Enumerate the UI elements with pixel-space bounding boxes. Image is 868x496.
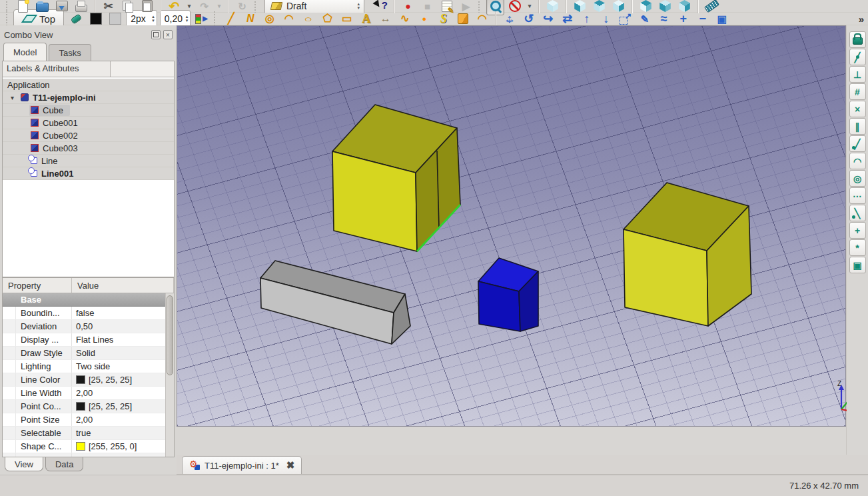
yellow-cube-right[interactable] <box>624 183 751 326</box>
property-row-line-color[interactable]: Line Color [25, 25, 25] <box>3 373 165 387</box>
tree-item-line[interactable]: Line <box>3 155 174 167</box>
button-icon: ⊥ <box>851 67 865 81</box>
color-swatch <box>76 375 85 384</box>
property-value[interactable]: [25, 25, 25] <box>72 401 165 411</box>
tab-tasks[interactable]: Tasks <box>49 44 91 61</box>
property-value[interactable]: Solid <box>72 348 165 358</box>
open-document-button[interactable] <box>33 0 51 15</box>
tree-item-cube002[interactable]: Cube002 <box>3 129 174 142</box>
property-row-base[interactable]: Base <box>3 293 165 307</box>
snap-endpoint-button[interactable]: ╱ <box>849 135 866 152</box>
construction-mode-button[interactable] <box>67 9 85 28</box>
tab-label: Tasks <box>59 48 81 58</box>
tree-item-cube001[interactable]: Cube001 <box>3 117 174 129</box>
toolbar-handle[interactable] <box>6 11 11 26</box>
dock-close-button[interactable]: × <box>163 30 173 39</box>
snap-center-button[interactable]: ◎ <box>849 170 866 187</box>
tab-data[interactable]: Data <box>45 457 83 471</box>
axis-z-label: Z <box>837 380 841 387</box>
working-plane-icon <box>22 12 36 26</box>
property-row-point-color[interactable]: Point Co... [25, 25, 25] <box>3 400 165 413</box>
snap-parallel-button[interactable]: ∥ <box>849 118 866 135</box>
button-icon: ╲ <box>851 206 865 220</box>
toolbar-overflow-button[interactable]: » <box>859 13 865 25</box>
button-icon: ⇄ <box>560 12 574 26</box>
value-column-header[interactable]: Value <box>72 278 174 293</box>
property-row-selectable[interactable]: Selectable true <box>3 427 165 440</box>
property-row-bounding-box[interactable]: Boundin... false <box>3 307 165 320</box>
tree-item-line001[interactable]: Line001 <box>3 167 174 180</box>
line-color-swatch-button[interactable] <box>87 9 105 28</box>
property-value-text: 2,00 <box>76 388 93 398</box>
spinner-arrows[interactable]: ▴▾ <box>186 15 189 23</box>
snap-special-button[interactable]: * <box>849 239 866 256</box>
property-row-point-size[interactable]: Point Size 2,00 <box>3 413 165 427</box>
button-icon: + <box>851 223 865 237</box>
button-icon: ╱ <box>851 137 865 151</box>
property-value[interactable]: [25, 25, 25] <box>72 375 165 385</box>
tree-item-cube003[interactable]: Cube003 <box>3 142 174 155</box>
property-row-transparency[interactable]: Tr... 0 <box>3 453 165 457</box>
face-color-icon <box>108 12 122 26</box>
close-tab-icon[interactable]: ✖ <box>286 459 295 471</box>
tree-item-label: Line <box>41 156 58 166</box>
scrollbar-thumb[interactable] <box>167 295 173 375</box>
property-row-lighting[interactable]: Lighting Two side <box>3 360 165 373</box>
tree-item-application[interactable]: Application <box>3 79 174 91</box>
property-value[interactable]: 0 <box>72 455 165 457</box>
snap-extension-button[interactable]: ⋯ <box>849 187 866 204</box>
tab-model[interactable]: Model <box>3 43 47 61</box>
property-value[interactable]: [255, 255, 0] <box>72 441 165 451</box>
snap-ortho-button[interactable]: + <box>849 222 866 239</box>
property-value[interactable]: true <box>72 428 165 438</box>
snap-grid-button[interactable]: # <box>849 83 866 100</box>
property-row-shape-color[interactable]: Shape C... [255, 255, 0] <box>3 440 165 453</box>
property-name: Lighting <box>3 360 72 373</box>
paste-button[interactable] <box>138 0 156 15</box>
tree-item-selection: Cube <box>29 105 70 116</box>
property-value[interactable]: false <box>72 308 165 318</box>
tree-item-selection: Line001 <box>29 168 80 179</box>
property-row-draw-style[interactable]: Draw Style Solid <box>3 347 165 360</box>
property-value-text: 2,00 <box>76 415 93 425</box>
button-icon: A <box>359 12 373 26</box>
snap-intersection-button[interactable]: × <box>849 101 866 117</box>
3d-viewport[interactable]: Z Y X <box>177 25 846 427</box>
spinner-arrows[interactable]: ▴▾ <box>152 15 155 23</box>
snap-near-button[interactable]: ╲ <box>849 205 866 221</box>
property-value-text: [25, 25, 25] <box>89 401 132 411</box>
yellow-cube-pair[interactable] <box>332 105 460 251</box>
property-value[interactable]: Flat Lines <box>72 335 165 345</box>
expander-icon[interactable]: ▾ <box>11 94 19 101</box>
tree-item-icon <box>21 93 29 101</box>
dock-float-button[interactable] <box>151 30 161 39</box>
main-area: Combo View × ModelTasks Labels & Attribu… <box>0 25 868 475</box>
document-tab[interactable]: T11-ejemplo-ini : 1* ✖ <box>182 456 302 474</box>
snap-workingplane-button[interactable]: ▣ <box>849 257 866 273</box>
tree-item-document[interactable]: ▾ T11-ejemplo-ini <box>3 91 174 104</box>
property-row-display-mode[interactable]: Display ... Flat Lines <box>3 333 165 347</box>
tab-view[interactable]: View <box>5 457 43 471</box>
face-color-swatch-button[interactable] <box>106 9 124 28</box>
snap-perpendicular-button[interactable]: ⊥ <box>849 66 866 83</box>
tree-item-cube[interactable]: Cube <box>3 104 174 117</box>
property-value[interactable]: Two side <box>72 361 165 371</box>
property-scrollbar[interactable] <box>165 293 174 457</box>
undo-button[interactable]: ↶ <box>165 0 183 15</box>
property-row-deviation[interactable]: Deviation 0,50 <box>3 320 165 333</box>
snap-lock-button[interactable] <box>849 31 866 48</box>
snap-angle-button[interactable]: ◠ <box>849 153 866 169</box>
property-name: Tr... <box>3 453 72 457</box>
property-column-header[interactable]: Property <box>3 278 72 293</box>
property-value[interactable]: 2,00 <box>72 388 165 398</box>
property-row-line-width[interactable]: Line Width 2,00 <box>3 387 165 400</box>
property-value-text: false <box>76 308 94 318</box>
gray-box[interactable] <box>260 261 410 344</box>
button-icon: + <box>676 12 690 26</box>
blue-cube[interactable] <box>478 258 538 331</box>
snap-midpoint-button[interactable]: ╱ <box>849 49 866 65</box>
model-tree: Application ▾ T11-ejemplo-ini Cube <box>2 77 175 277</box>
property-value[interactable]: 2,00 <box>72 415 165 425</box>
property-value[interactable]: 0,50 <box>72 321 165 331</box>
button-icon: − <box>695 12 709 26</box>
